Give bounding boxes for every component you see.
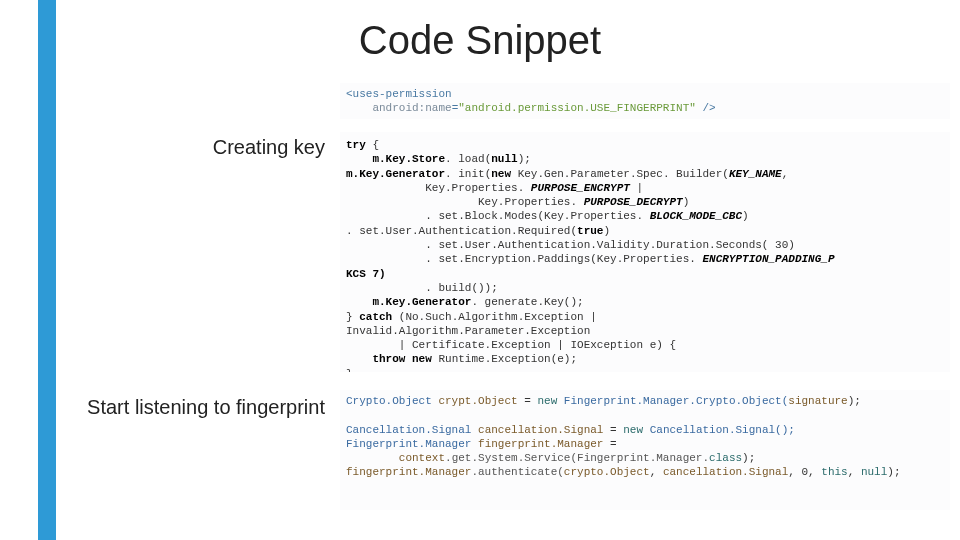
slide-title: Code Snippet [0, 18, 960, 63]
code-creating-key: try { m.Key.Store. load(null); m.Key.Gen… [340, 132, 950, 372]
accent-bar [38, 0, 56, 540]
label-start-listening: Start listening to fingerprint [85, 395, 325, 419]
code-fingerprint-listen: Crypto.Object crypt.Object = new Fingerp… [340, 390, 950, 510]
code-uses-permission: <uses-permission android:name="android.p… [340, 83, 950, 119]
label-creating-key: Creating key [85, 136, 325, 159]
